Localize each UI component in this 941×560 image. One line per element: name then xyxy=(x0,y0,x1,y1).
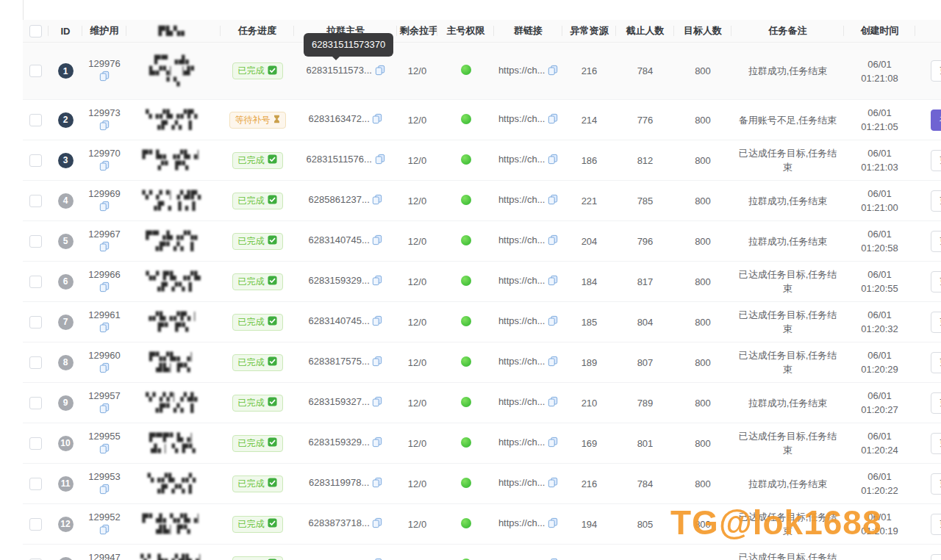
row-action-button[interactable]: 更新 xyxy=(931,554,941,560)
copy-icon[interactable] xyxy=(372,315,382,329)
column-header-cutoff: 截止人数 xyxy=(616,20,674,43)
group-link[interactable]: https://ch... xyxy=(498,234,545,245)
copy-icon[interactable] xyxy=(548,194,558,207)
row-checkbox[interactable] xyxy=(29,478,42,490)
copy-icon[interactable] xyxy=(372,437,382,450)
status-icon xyxy=(268,235,277,247)
row-checkbox[interactable] xyxy=(29,518,42,531)
copy-icon[interactable] xyxy=(99,484,110,498)
row-action-button[interactable]: 更新 xyxy=(931,473,941,495)
copy-icon[interactable] xyxy=(372,234,382,248)
created-time-seconds: 01:20:22 xyxy=(861,485,898,496)
copy-icon[interactable] xyxy=(99,160,110,174)
row-action-button[interactable]: 更新 xyxy=(931,352,941,373)
group-link[interactable]: https://ch... xyxy=(498,113,545,124)
row-action-button[interactable]: 更新 xyxy=(931,392,941,414)
copy-icon[interactable] xyxy=(372,517,382,531)
copy-icon[interactable] xyxy=(548,396,558,409)
status-badge: 等待补号 xyxy=(229,112,286,129)
copy-icon[interactable] xyxy=(548,517,558,531)
group-link[interactable]: https://ch... xyxy=(498,396,545,407)
copy-icon[interactable] xyxy=(99,443,110,457)
copy-icon[interactable] xyxy=(372,275,382,288)
copy-icon[interactable] xyxy=(548,154,558,167)
permission-status-dot xyxy=(461,114,471,124)
status-label: 已完成 xyxy=(238,195,265,207)
row-action-button[interactable]: 更新 xyxy=(931,271,941,292)
copy-icon[interactable] xyxy=(548,477,558,490)
group-link[interactable]: https://ch... xyxy=(498,477,545,488)
group-link[interactable]: https://ch... xyxy=(498,315,545,326)
copy-icon[interactable] xyxy=(548,113,558,126)
copy-icon[interactable] xyxy=(99,362,110,376)
row-checkbox-cell xyxy=(23,140,49,181)
abnormal-resources: 204 xyxy=(582,236,598,247)
row-checkbox[interactable] xyxy=(29,195,42,207)
copy-icon[interactable] xyxy=(372,194,382,207)
row-action-button[interactable]: 更新 xyxy=(931,514,941,535)
row-action-button[interactable]: 更新 xyxy=(931,150,941,171)
group-link[interactable]: https://ch... xyxy=(498,517,545,528)
task-name-masked: ▚▞ ▛▙ ▗▞▙▗▛ ▞▚▐ xyxy=(129,270,218,292)
maintain-id: 129976 xyxy=(88,58,120,69)
group-link[interactable]: https://ch... xyxy=(498,194,545,205)
group-link[interactable]: https://ch... xyxy=(498,356,545,367)
cutoff-count: 805 xyxy=(637,519,654,530)
row-action-button[interactable]: 更新 xyxy=(931,433,941,454)
created-time: 06/01 xyxy=(867,350,892,361)
copy-icon[interactable] xyxy=(548,437,558,450)
copy-icon[interactable] xyxy=(548,65,558,78)
task-name-masked: ▛▀▗▙▗▞▚▖▗▛▘▞▖▐ xyxy=(129,230,218,252)
row-checkbox[interactable] xyxy=(29,114,42,126)
copy-icon[interactable] xyxy=(372,477,382,490)
task-name-masked: ▛▀ ▗▟▖▙▞▚▏▕▟▘▘▚ xyxy=(129,54,218,87)
status-badge: 已完成 xyxy=(232,233,283,250)
copy-icon[interactable] xyxy=(375,65,385,78)
copy-icon[interactable] xyxy=(99,201,110,215)
copy-icon[interactable] xyxy=(548,356,558,369)
task-remark: 已达成任务目标,任务结束 xyxy=(739,431,837,456)
copy-icon[interactable] xyxy=(99,71,110,85)
maintain-id: 129967 xyxy=(88,229,120,240)
copy-icon[interactable] xyxy=(99,241,110,255)
created-time: 06/01 xyxy=(867,188,892,199)
row-checkbox[interactable] xyxy=(29,316,42,329)
cutoff-count: 804 xyxy=(637,317,654,328)
copy-icon[interactable] xyxy=(99,322,110,336)
copy-icon[interactable] xyxy=(372,113,382,126)
row-checkbox[interactable] xyxy=(29,276,42,288)
copy-icon[interactable] xyxy=(99,120,110,134)
row-checkbox-cell xyxy=(23,221,49,262)
group-link[interactable]: https://ch... xyxy=(498,275,545,286)
row-checkbox[interactable] xyxy=(29,65,42,77)
table-row: 6 129966 ▚▞ ▛▙ ▗▞▙▗▛ ▞▚▐ 已完成 6283159329.… xyxy=(23,262,941,302)
copy-icon[interactable] xyxy=(548,275,558,288)
row-action-button[interactable]: 更新 xyxy=(931,60,941,82)
row-action-button[interactable]: 补充 xyxy=(931,110,941,131)
status-badge: 已完成 xyxy=(232,475,283,492)
copy-icon[interactable] xyxy=(99,281,110,295)
group-link[interactable]: https://ch... xyxy=(498,65,545,76)
copy-icon[interactable] xyxy=(372,356,382,369)
row-checkbox[interactable] xyxy=(29,154,42,167)
copy-icon[interactable] xyxy=(548,234,558,248)
row-checkbox[interactable] xyxy=(29,356,42,369)
created-time: 06/01 xyxy=(867,269,892,280)
target-count: 800 xyxy=(695,115,711,126)
group-link[interactable]: https://ch... xyxy=(498,437,545,448)
copy-icon[interactable] xyxy=(372,396,382,409)
row-action-button[interactable]: 更新 xyxy=(931,312,941,333)
select-all-checkbox[interactable] xyxy=(29,25,42,37)
row-checkbox[interactable] xyxy=(29,235,42,248)
row-checkbox[interactable] xyxy=(29,397,42,409)
status-badge: 已完成 xyxy=(232,395,283,412)
copy-icon[interactable] xyxy=(99,403,110,417)
copy-icon[interactable] xyxy=(548,315,558,329)
row-action-button[interactable]: 更新 xyxy=(931,231,941,252)
group-link[interactable]: https://ch... xyxy=(498,154,545,165)
row-action-button[interactable]: 更新 xyxy=(931,190,941,212)
copy-icon[interactable] xyxy=(99,524,110,538)
task-remark: 拉群成功,任务结束 xyxy=(748,236,828,247)
copy-icon[interactable] xyxy=(375,154,385,167)
row-checkbox[interactable] xyxy=(29,437,42,450)
